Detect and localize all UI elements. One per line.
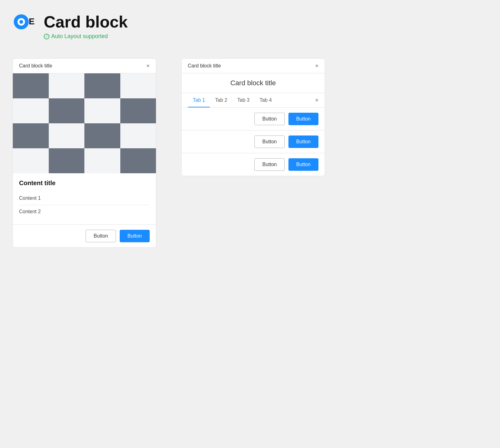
app-logo: E <box>12 12 38 31</box>
content-item-2: Content 2 <box>19 205 150 218</box>
checker-cell <box>120 123 156 148</box>
card-right: Card block title × Card block title Tab … <box>181 58 325 176</box>
checker-cell <box>84 73 120 98</box>
app-title: Card block <box>44 12 128 31</box>
header: E Card block ✓ Auto Layout supported <box>12 12 488 40</box>
checker-cell <box>49 98 85 123</box>
auto-layout-label: Auto Layout supported <box>51 33 108 40</box>
content-title: Content title <box>19 180 150 187</box>
auto-layout-badge: ✓ Auto Layout supported <box>44 33 488 40</box>
content-item-1: Content 1 <box>19 192 150 205</box>
row1-primary-button[interactable]: Button <box>288 113 318 125</box>
checker-cell <box>13 73 49 98</box>
card-left-primary-button[interactable]: Button <box>120 230 150 242</box>
main-content: Card block title × Content title Content… <box>12 58 488 248</box>
card-left-outline-button[interactable]: Button <box>86 230 116 242</box>
checker-cell <box>49 123 85 148</box>
checker-cell <box>84 148 120 173</box>
tabs-row: Tab 1 Tab 2 Tab 3 Tab 4 × <box>182 93 325 108</box>
checker-cell <box>13 123 49 148</box>
content-rows: Button Button Button Button Button Butto… <box>182 108 325 176</box>
row1-outline-button[interactable]: Button <box>254 113 284 125</box>
row2-primary-button[interactable]: Button <box>288 135 318 148</box>
card-right-header: Card block title × <box>182 59 325 73</box>
checker-cell <box>120 73 156 98</box>
content-row-2: Button Button <box>182 130 325 153</box>
checkerboard <box>13 73 156 173</box>
card-left-close-button[interactable]: × <box>146 63 150 69</box>
svg-text:E: E <box>29 17 35 26</box>
tab-4[interactable]: Tab 4 <box>254 93 277 107</box>
card-right-title: Card block title <box>188 63 221 69</box>
checker-cell <box>13 98 49 123</box>
checker-cell <box>13 148 49 173</box>
row2-outline-button[interactable]: Button <box>254 135 284 148</box>
card-left-title: Card block title <box>19 63 52 69</box>
checker-cell <box>120 98 156 123</box>
row3-outline-button[interactable]: Button <box>254 158 284 171</box>
check-icon: ✓ <box>44 34 49 39</box>
tab-2[interactable]: Tab 2 <box>210 93 232 107</box>
tab-1[interactable]: Tab 1 <box>188 93 210 107</box>
card-left-header: Card block title × <box>13 59 156 73</box>
card-left-footer: Button Button <box>13 224 156 247</box>
header-top: E Card block <box>12 12 488 31</box>
tabs-close-button[interactable]: × <box>315 97 318 104</box>
svg-point-2 <box>19 20 23 24</box>
content-row-3: Button Button <box>182 153 325 176</box>
checker-cell <box>84 123 120 148</box>
card-right-close-button[interactable]: × <box>315 63 318 69</box>
checker-cell <box>49 148 85 173</box>
checker-cell <box>49 73 85 98</box>
card-left-body: Content title Content 1 Content 2 <box>13 173 156 224</box>
card-right-banner: Card block title <box>182 73 325 93</box>
checker-cell <box>120 148 156 173</box>
card-left: Card block title × Content title Content… <box>12 58 156 248</box>
tab-3[interactable]: Tab 3 <box>232 93 254 107</box>
checker-cell <box>84 98 120 123</box>
content-row-1: Button Button <box>182 108 325 130</box>
row3-primary-button[interactable]: Button <box>288 158 318 171</box>
